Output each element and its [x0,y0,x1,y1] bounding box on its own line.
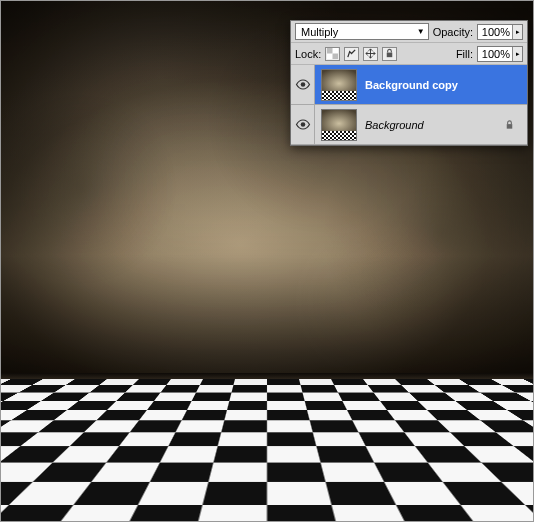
svg-point-4 [300,82,305,87]
opacity-input-wrap: ▸ [477,24,523,40]
lock-buttons [325,47,397,61]
lock-icon [504,119,518,131]
eye-icon [295,79,311,90]
visibility-toggle[interactable] [291,65,315,104]
layer-body[interactable]: Background copy [315,65,527,104]
floor [1,379,533,521]
fill-input[interactable] [478,47,512,61]
blend-mode-value: Multiply [301,26,338,38]
svg-rect-6 [507,124,513,129]
layer-list: Background copy Background [291,65,527,145]
blend-opacity-row: Multiply ▼ Opacity: ▸ [291,21,527,43]
layer-row[interactable]: Background copy [291,65,527,105]
layer-body[interactable]: Background [315,105,527,144]
visibility-toggle[interactable] [291,105,315,144]
lock-transparency-icon[interactable] [325,47,340,61]
lock-position-icon[interactable] [363,47,378,61]
layers-panel: Multiply ▼ Opacity: ▸ Lock: Fill: [290,20,528,146]
fill-label: Fill: [456,48,473,60]
eye-icon [295,119,311,130]
svg-rect-2 [333,54,339,60]
layer-row[interactable]: Background [291,105,527,145]
lock-fill-row: Lock: Fill: ▸ [291,43,527,65]
lock-all-icon[interactable] [382,47,397,61]
layer-thumbnail[interactable] [321,69,357,101]
svg-rect-1 [327,48,333,54]
opacity-input[interactable] [478,25,512,39]
layer-name[interactable]: Background [365,119,424,131]
fill-flyout-arrow-icon[interactable]: ▸ [512,47,522,61]
opacity-label: Opacity: [433,26,473,38]
lock-pixels-icon[interactable] [344,47,359,61]
svg-point-5 [300,122,305,127]
opacity-flyout-arrow-icon[interactable]: ▸ [512,25,522,39]
layer-thumbnail[interactable] [321,109,357,141]
layer-name[interactable]: Background copy [365,79,458,91]
dropdown-arrow-icon: ▼ [417,28,425,36]
blend-mode-select[interactable]: Multiply ▼ [295,23,429,40]
svg-rect-3 [387,53,393,58]
lock-label: Lock: [295,48,321,60]
fill-input-wrap: ▸ [477,46,523,62]
